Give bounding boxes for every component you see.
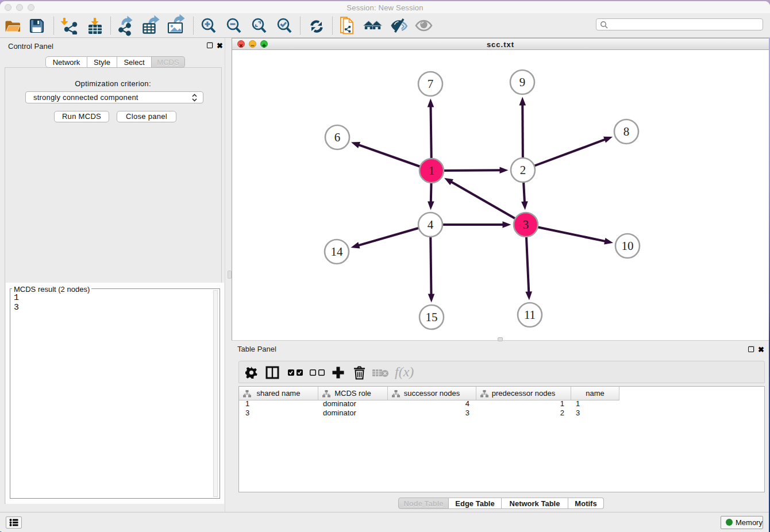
svg-text:4: 4 xyxy=(428,218,434,232)
svg-text:11: 11 xyxy=(524,308,536,322)
svg-text:8: 8 xyxy=(623,125,630,138)
svg-text:7: 7 xyxy=(428,77,434,91)
svg-text:2: 2 xyxy=(520,163,526,177)
svg-text:1: 1 xyxy=(429,164,435,178)
svg-text:10: 10 xyxy=(622,239,634,253)
svg-text:14: 14 xyxy=(331,245,344,259)
svg-text:15: 15 xyxy=(426,310,438,324)
svg-text:9: 9 xyxy=(519,75,526,89)
svg-text:3: 3 xyxy=(523,218,529,232)
svg-text:6: 6 xyxy=(334,130,341,144)
